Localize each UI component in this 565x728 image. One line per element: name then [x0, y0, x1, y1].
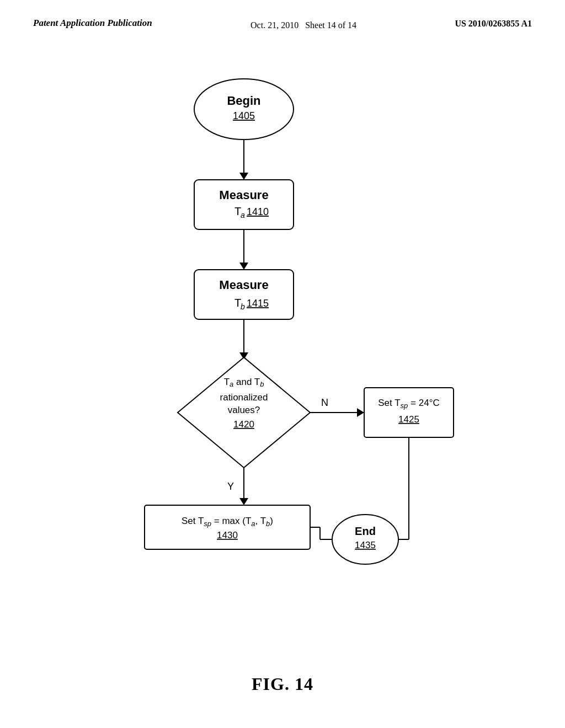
end-shape — [332, 515, 398, 564]
set-tsp-max-label: Set Tsp = max (Ta, Tb) — [182, 516, 273, 528]
measure-b-label: Measure — [219, 278, 268, 292]
diamond-line4: values? — [228, 405, 260, 415]
begin-label: Begin — [227, 94, 260, 108]
page-header: Patent Application Publication Oct. 21, … — [0, 0, 565, 38]
flowchart-svg: Begin 1405 Measure T a 1410 Measure T b … — [89, 60, 476, 639]
set-tsp-max-shape — [145, 505, 310, 549]
diamond-id: 1420 — [233, 419, 254, 430]
set-tsp-24-shape — [364, 388, 454, 437]
measure-a-shape — [194, 180, 294, 229]
set-tsp-max-id: 1430 — [217, 530, 238, 540]
diagram-area: Begin 1405 Measure T a 1410 Measure T b … — [0, 38, 565, 694]
flowchart: Begin 1405 Measure T a 1410 Measure T b … — [89, 60, 476, 641]
end-id: 1435 — [355, 540, 376, 550]
diamond-line3: rationalized — [220, 392, 268, 403]
arrowhead-2 — [239, 263, 248, 270]
begin-shape — [194, 79, 294, 140]
measure-b-shape — [194, 270, 294, 319]
date-sheet: Oct. 21, 2010 Sheet 14 of 14 — [250, 17, 356, 32]
end-label: End — [355, 525, 376, 537]
figure-caption: FIG. 14 — [252, 674, 313, 694]
publication-title: Patent Application Publication — [33, 17, 152, 30]
measure-b-id: 1415 — [247, 298, 269, 309]
arrowhead-1 — [239, 173, 248, 180]
arrowhead-y — [239, 498, 248, 505]
measure-b-sub-italic: b — [241, 302, 245, 311]
set-tsp-24-label: Set Tsp = 24°C — [378, 398, 439, 410]
measure-a-label: Measure — [219, 188, 268, 202]
measure-a-id: 1410 — [247, 206, 269, 217]
begin-id: 1405 — [233, 110, 255, 121]
patent-number: US 2010/0263855 A1 — [455, 17, 532, 29]
date-label: Oct. 21, 2010 — [250, 20, 299, 30]
arrowhead-n — [357, 408, 364, 417]
n-label: N — [321, 397, 328, 408]
set-tsp-24-id: 1425 — [398, 414, 419, 425]
y-label: Y — [227, 481, 234, 492]
measure-a-sub-italic: a — [241, 211, 245, 220]
sheet-label: Sheet 14 of 14 — [305, 20, 356, 30]
